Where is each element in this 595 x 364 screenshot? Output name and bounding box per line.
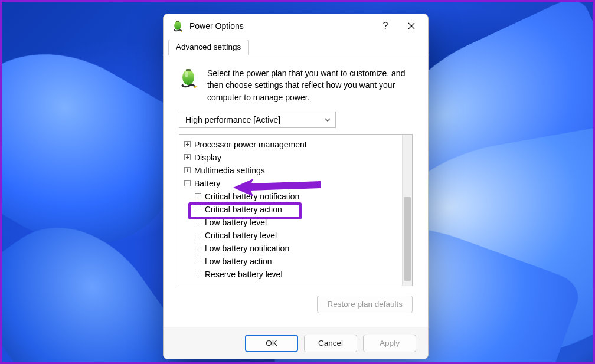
expand-icon[interactable]: + [195, 258, 201, 264]
tree-item-low-battery-level[interactable]: +Low battery level [184, 216, 400, 229]
tree-item-label: Low battery action [205, 257, 272, 266]
power-plan-selected: High performance [Active] [185, 115, 280, 124]
restore-plan-defaults-button[interactable]: Restore plan defaults [317, 296, 413, 313]
titlebar[interactable]: Power Options ? [164, 14, 428, 38]
tree-item-label: Processor power management [194, 140, 307, 149]
tree-item-label: Low battery notification [205, 244, 289, 253]
expand-icon[interactable]: + [195, 219, 201, 225]
tree-item-label: Low battery level [205, 218, 267, 227]
tree-item-critical-battery-level[interactable]: +Critical battery level [184, 229, 400, 242]
tree-item-reserve-battery-level[interactable]: +Reserve battery level [184, 268, 400, 281]
dialog-button-bar: OK Cancel Apply [164, 327, 428, 359]
tree-item-label: Display [194, 153, 221, 162]
window-title: Power Options [189, 21, 244, 31]
close-button[interactable] [398, 16, 424, 36]
tree-item-low-battery-action[interactable]: +Low battery action [184, 255, 400, 268]
tab-advanced-settings[interactable]: Advanced settings [168, 40, 249, 55]
expand-icon[interactable]: + [195, 245, 201, 251]
tree-item-label: Critical battery notification [205, 192, 299, 201]
svg-rect-4 [186, 69, 191, 71]
ok-button[interactable]: OK [245, 335, 298, 352]
expand-icon[interactable]: + [184, 154, 191, 160]
chevron-down-icon [325, 117, 331, 123]
tree-item-label: Reserve battery level [205, 270, 283, 279]
cancel-button[interactable]: Cancel [304, 335, 357, 352]
tree-item-label: Critical battery action [205, 205, 282, 214]
power-options-dialog: Power Options ? Advanced settings Select… [163, 14, 429, 359]
tab-body: Select the power plan that you want to c… [164, 55, 428, 327]
tree-item-display[interactable]: +Display [184, 151, 400, 164]
vertical-scrollbar[interactable] [402, 135, 412, 286]
expand-icon[interactable]: + [195, 193, 201, 199]
expand-icon[interactable]: + [195, 206, 201, 212]
settings-tree[interactable]: +Processor power management +Display +Mu… [179, 135, 402, 286]
expand-icon[interactable]: + [184, 141, 191, 147]
battery-power-icon [179, 68, 199, 88]
expand-icon[interactable]: + [184, 167, 191, 173]
power-options-icon [172, 20, 184, 32]
tree-item-critical-battery-action[interactable]: +Critical battery action [184, 203, 400, 216]
tree-item-processor-power-management[interactable]: +Processor power management [184, 138, 400, 151]
tree-item-label: Multimedia settings [194, 166, 265, 175]
svg-point-2 [182, 70, 194, 85]
tab-row: Advanced settings [164, 38, 428, 55]
intro-text: Select the power plan that you want to c… [207, 67, 413, 103]
svg-point-0 [174, 21, 181, 30]
expand-icon[interactable]: + [195, 232, 201, 238]
apply-button[interactable]: Apply [363, 335, 416, 352]
expand-icon[interactable]: + [195, 271, 201, 277]
tree-item-label: Battery [194, 179, 220, 188]
tree-item-multimedia-settings[interactable]: +Multimedia settings [184, 164, 400, 177]
settings-tree-container: +Processor power management +Display +Mu… [179, 134, 413, 286]
power-plan-select[interactable]: High performance [Active] [179, 112, 336, 128]
tree-item-low-battery-notification[interactable]: +Low battery notification [184, 242, 400, 255]
close-icon [408, 22, 415, 29]
help-button[interactable]: ? [372, 16, 398, 36]
intro-section: Select the power plan that you want to c… [179, 67, 413, 103]
svg-rect-1 [176, 21, 179, 22]
svg-point-3 [185, 71, 188, 77]
scrollbar-thumb[interactable] [404, 197, 411, 281]
tree-item-critical-battery-notification[interactable]: +Critical battery notification [184, 190, 400, 203]
tree-item-label: Critical battery level [205, 231, 277, 240]
collapse-icon[interactable]: − [184, 180, 191, 186]
tree-item-battery[interactable]: −Battery [184, 177, 400, 190]
